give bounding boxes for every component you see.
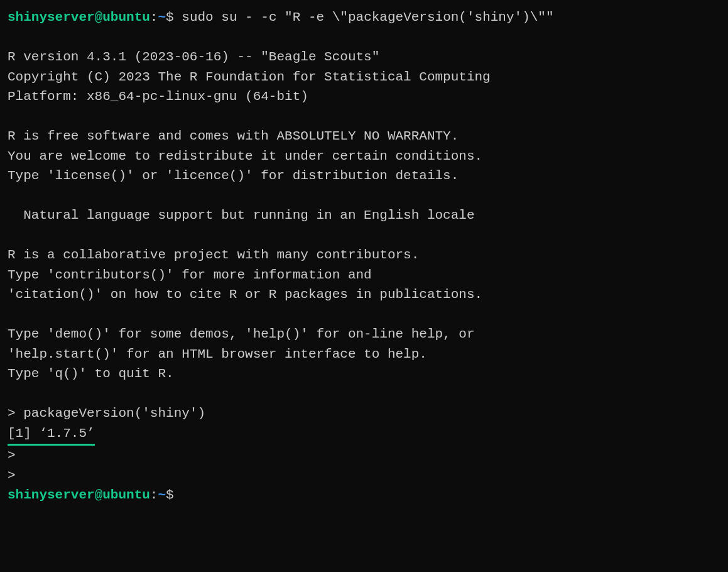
copyright-line: Copyright (C) 2023 The R Foundation for … <box>8 70 491 84</box>
prompt-dollar: $ <box>166 10 182 25</box>
helpstart-line: 'help.start()' for an HTML browser inter… <box>8 347 427 361</box>
prompt-host-2: @ubuntu <box>95 488 150 502</box>
prompt-path-2: ~ <box>158 488 166 502</box>
prompt-colon-2: : <box>150 488 158 502</box>
r-prompt-empty1: > <box>8 448 23 463</box>
r-version-line: R version 4.3.1 (2023-06-16) -- "Beagle … <box>8 50 379 64</box>
license-line: Type 'license()' or 'licence()' for dist… <box>8 168 459 183</box>
command-input[interactable]: sudo su - -c "R -e \"packageVersion('shi… <box>182 10 553 25</box>
prompt-user: shinyserver <box>8 10 95 25</box>
collab-line1: R is a collaborative project with many c… <box>8 248 419 262</box>
citation-line: 'citation()' on how to cite R or R packa… <box>8 287 482 302</box>
prompt-colon: : <box>150 10 158 25</box>
prompt-path: ~ <box>158 10 166 25</box>
locale-line: Natural language support but running in … <box>8 208 475 223</box>
prompt-dollar-2: $ <box>166 488 182 502</box>
r-prompt-empty2: > <box>8 468 23 483</box>
prompt-user-2: shinyserver <box>8 488 95 502</box>
warranty-line1: R is free software and comes with ABSOLU… <box>8 129 459 143</box>
quit-line: Type 'q()' to quit R. <box>8 366 174 381</box>
collab-line2: Type 'contributors()' for more informati… <box>8 268 372 282</box>
demo-line: Type 'demo()' for some demos, 'help()' f… <box>8 327 475 341</box>
r-command-line: > packageVersion('shiny') <box>8 406 205 421</box>
result-line: [1] ‘1.7.5’ <box>8 426 95 441</box>
prompt-host: @ubuntu <box>95 10 150 25</box>
warranty-line2: You are welcome to redistribute it under… <box>8 149 482 163</box>
platform-line: Platform: x86_64-pc-linux-gnu (64-bit) <box>8 89 308 104</box>
